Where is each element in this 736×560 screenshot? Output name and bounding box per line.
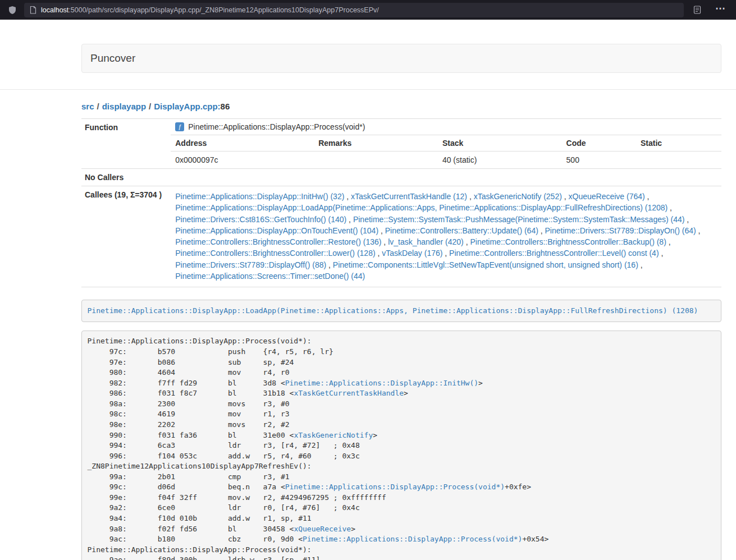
- details-header-row: Address Remarks Stack Code Static: [171, 135, 721, 152]
- reader-mode-icon[interactable]: [692, 4, 702, 15]
- column-header-remarks: Remarks: [314, 135, 438, 152]
- callee-link[interactable]: Pinetime::Drivers::St7789::DisplayOff() …: [175, 260, 326, 269]
- shield-icon: [8, 6, 17, 15]
- address-cell: 0x0000097c: [171, 152, 314, 169]
- column-header-address: Address: [171, 135, 314, 152]
- stack-cell: 40 (static): [438, 152, 562, 169]
- no-callers-label: No Callers: [81, 169, 166, 186]
- no-callers-row: No Callers: [81, 169, 721, 186]
- callees-row: Callees (19, Σ=3704 ) Pinetime::Applicat…: [81, 186, 721, 287]
- browser-toolbar: localhost:5000/path/src/displayapp/Displ…: [0, 0, 736, 20]
- callee-separator: ,: [645, 192, 650, 201]
- callee-link[interactable]: xQueueReceive (764): [569, 192, 645, 201]
- callee-separator: ,: [562, 192, 569, 201]
- url-domain: localhost: [41, 6, 68, 14]
- callee-separator: ,: [442, 249, 449, 258]
- loadapp-symbol-link[interactable]: Pinetime::Applications::DisplayApp::Load…: [88, 306, 698, 315]
- callee-link[interactable]: Pinetime::Applications::DisplayApp::Load…: [175, 203, 668, 212]
- disassembly-pre: Pinetime::Applications::DisplayApp::Proc…: [81, 331, 721, 560]
- callee-link[interactable]: Pinetime::Controllers::BrightnessControl…: [175, 249, 375, 258]
- symbol-table: Function ƒ Pinetime::Applications::Displ…: [81, 118, 721, 287]
- callees-label: Callees (19, Σ=3704 ): [81, 186, 166, 287]
- address-bar[interactable]: localhost:5000/path/src/displayapp/Displ…: [24, 3, 684, 17]
- breadcrumb-link-file[interactable]: DisplayApp.cpp:: [154, 102, 220, 111]
- code-cell: 500: [562, 152, 636, 169]
- disassembly-code: Pinetime::Applications::DisplayApp::Proc…: [88, 337, 549, 560]
- app-header-panel: Puncover: [81, 44, 721, 73]
- function-name: Pinetime::Applications::DisplayApp::Proc…: [188, 122, 365, 131]
- callee-separator: ,: [684, 215, 689, 224]
- callee-separator: ,: [344, 192, 351, 201]
- remarks-cell: [314, 152, 438, 169]
- function-type-icon: ƒ: [175, 122, 184, 131]
- callee-link[interactable]: lv_task_handler (420): [388, 237, 464, 246]
- url-path: :5000/path/src/displayapp/DisplayApp.cpp…: [68, 6, 378, 14]
- breadcrumb-link-displayapp[interactable]: displayapp: [102, 102, 146, 111]
- column-header-code: Code: [562, 135, 636, 152]
- column-header-static: Static: [636, 135, 721, 152]
- callee-link[interactable]: Pinetime::System::SystemTask::PushMessag…: [353, 215, 685, 224]
- callee-link[interactable]: Pinetime::Controllers::BrightnessControl…: [449, 249, 659, 258]
- callee-link[interactable]: Pinetime::Components::LittleVgl::SetNewT…: [333, 260, 638, 269]
- function-row: Function ƒ Pinetime::Applications::Displ…: [81, 119, 721, 169]
- callee-link[interactable]: xTaskGetCurrentTaskHandle (12): [351, 192, 467, 201]
- url-text: localhost:5000/path/src/displayapp/Displ…: [41, 6, 379, 14]
- callee-link[interactable]: Pinetime::Drivers::Cst816S::GetTouchInfo…: [175, 215, 346, 224]
- callee-link[interactable]: Pinetime::Applications::Screens::Timer::…: [175, 272, 365, 281]
- callee-separator: ,: [659, 249, 664, 258]
- callee-separator: ,: [538, 226, 545, 235]
- callee-separator: ,: [378, 226, 385, 235]
- callee-link[interactable]: vTaskDelay (176): [382, 249, 442, 258]
- function-details-table: Address Remarks Stack Code Static 0x0000…: [171, 135, 721, 168]
- disassembly-symbol-link[interactable]: Pinetime::Applications::DisplayApp::Init…: [285, 379, 478, 387]
- disassembly-symbol-link[interactable]: xQueueReceive: [294, 525, 351, 533]
- page-info-icon[interactable]: [30, 6, 36, 14]
- callee-link[interactable]: Pinetime::Controllers::Battery::Update()…: [385, 226, 538, 235]
- callee-symbol-panel: Pinetime::Applications::DisplayApp::Load…: [81, 300, 721, 322]
- callee-separator: ,: [464, 237, 470, 246]
- callee-separator: ,: [668, 203, 672, 212]
- breadcrumb-link-src[interactable]: src: [81, 102, 94, 111]
- divider: [0, 89, 736, 90]
- svg-text:ƒ: ƒ: [178, 123, 181, 130]
- callee-link[interactable]: Pinetime::Controllers::BrightnessControl…: [470, 237, 666, 246]
- callee-separator: ,: [666, 237, 671, 246]
- page-content: Puncover src/displayapp/DisplayApp.cpp:8…: [0, 44, 736, 560]
- function-line: ƒ Pinetime::Applications::DisplayApp::Pr…: [171, 119, 721, 135]
- no-callers-content: [166, 169, 721, 186]
- disassembly-symbol-link[interactable]: Pinetime::Applications::DisplayApp::Proc…: [303, 535, 522, 543]
- tracking-protection-shield-icon[interactable]: [7, 4, 18, 16]
- callee-separator: ,: [346, 215, 353, 224]
- callee-separator: ,: [326, 260, 333, 269]
- callee-link[interactable]: Pinetime::Controllers::BrightnessControl…: [175, 237, 381, 246]
- disassembly-symbol-link[interactable]: xTaskGenericNotify: [294, 431, 373, 439]
- callee-link[interactable]: Pinetime::Applications::DisplayApp::OnTo…: [175, 226, 378, 235]
- details-data-row: 0x0000097c 40 (static) 500: [171, 152, 721, 169]
- callee-separator: ,: [381, 237, 388, 246]
- callee-separator: ,: [696, 226, 701, 235]
- function-row-label: Function: [81, 119, 166, 169]
- breadcrumb-separator: /: [97, 102, 99, 111]
- callee-link[interactable]: xTaskGenericNotify (252): [474, 192, 562, 201]
- disassembly-symbol-link[interactable]: xTaskGetCurrentTaskHandle: [294, 389, 404, 397]
- breadcrumb-separator: /: [149, 102, 151, 111]
- more-options-icon[interactable]: ⋯: [712, 3, 729, 17]
- breadcrumb: src/displayapp/DisplayApp.cpp:86: [81, 102, 721, 111]
- breadcrumb-line-number: 86: [221, 102, 230, 111]
- app-title-link[interactable]: Puncover: [90, 52, 135, 65]
- static-cell: [636, 152, 721, 169]
- callee-separator: ,: [638, 260, 643, 269]
- callee-link[interactable]: Pinetime::Applications::DisplayApp::Init…: [175, 192, 344, 201]
- callee-link[interactable]: Pinetime::Drivers::St7789::DisplayOn() (…: [545, 226, 696, 235]
- callees-list: Pinetime::Applications::DisplayApp::Init…: [166, 186, 721, 287]
- callee-separator: ,: [376, 249, 382, 258]
- column-header-stack: Stack: [438, 135, 562, 152]
- disassembly-symbol-link[interactable]: Pinetime::Applications::DisplayApp::Proc…: [285, 483, 505, 491]
- callee-separator: ,: [467, 192, 474, 201]
